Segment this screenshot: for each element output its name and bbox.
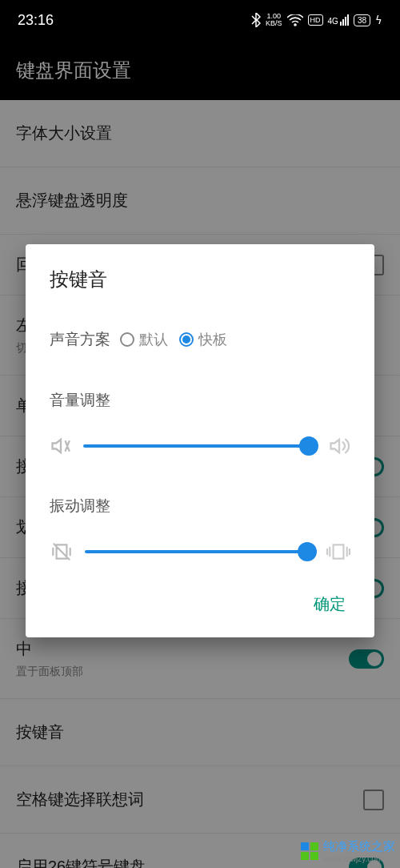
volume-slider-row xyxy=(50,435,350,457)
list-item-label: 按键音 xyxy=(16,721,64,743)
battery-icon: 38 xyxy=(354,14,370,26)
hd-badge: HD xyxy=(308,14,323,26)
radio-label: 默认 xyxy=(139,330,168,349)
status-bar: 23:16 1.00 KB/S HD 4G 38 ϟ xyxy=(0,0,400,40)
key-sound-dialog: 按键音 声音方案 默认 快板 音量调整 xyxy=(26,244,374,637)
list-item-label: 空格键选择联想词 xyxy=(16,789,144,810)
sound-scheme-row: 声音方案 默认 快板 xyxy=(50,329,350,350)
watermark: 纯净系统之家 www.ycwjzy.com xyxy=(301,839,395,863)
list-item-font-size[interactable]: 字体大小设置 xyxy=(0,100,400,167)
app-header: 键盘界面设置 xyxy=(0,40,400,100)
list-item-sub: 置于面板顶部 xyxy=(16,665,83,679)
slider-thumb[interactable] xyxy=(298,542,317,561)
bluetooth-icon xyxy=(251,13,261,27)
volume-label: 音量调整 xyxy=(50,390,350,411)
list-item-float-opacity[interactable]: 悬浮键盘透明度 xyxy=(0,167,400,235)
vibrate-slider[interactable] xyxy=(85,550,315,553)
watermark-text: 纯净系统之家 xyxy=(323,839,395,854)
dialog-title: 按键音 xyxy=(50,267,350,292)
list-item-label: 中 xyxy=(16,638,83,660)
settings-list: 字体大小设置 悬浮键盘透明度 回车键发送消息 左 切 单 接 划 接 中 置于面… xyxy=(0,100,400,868)
toggle[interactable] xyxy=(349,649,384,669)
signal-4g: 4G xyxy=(328,14,349,26)
checkbox[interactable] xyxy=(363,790,384,810)
slider-thumb[interactable] xyxy=(299,436,318,456)
mute-icon xyxy=(50,435,72,457)
radio-option-kuaiban[interactable]: 快板 xyxy=(179,330,227,349)
vibrate-label: 振动调整 xyxy=(50,496,350,516)
list-item-key-sound[interactable]: 按键音 xyxy=(0,699,400,766)
status-right: 1.00 KB/S HD 4G 38 ϟ xyxy=(251,13,382,27)
list-item-label: 悬浮键盘透明度 xyxy=(16,190,128,211)
sound-scheme-label: 声音方案 xyxy=(50,329,110,350)
radio-option-default[interactable]: 默认 xyxy=(120,330,168,349)
radio-icon xyxy=(179,332,194,347)
watermark-icon xyxy=(301,842,318,860)
volume-slider[interactable] xyxy=(83,444,317,448)
list-item-label: 字体大小设置 xyxy=(16,123,112,144)
page-title: 键盘界面设置 xyxy=(16,58,131,83)
clock: 23:16 xyxy=(18,12,54,29)
watermark-url: www.ycwjzy.com xyxy=(323,854,395,863)
network-speed: 1.00 KB/S xyxy=(266,13,282,27)
charging-icon: ϟ xyxy=(375,14,382,26)
wifi-icon xyxy=(287,14,303,26)
list-item-space-candidate[interactable]: 空格键选择联想词 xyxy=(0,766,400,834)
radio-label: 快板 xyxy=(198,330,227,349)
vibrate-slider-row xyxy=(50,540,350,563)
ok-button[interactable]: 确定 xyxy=(309,585,350,623)
list-item-label: 启用26键符号键盘 xyxy=(16,856,146,868)
vibrate-on-icon xyxy=(326,540,350,563)
vibrate-off-icon xyxy=(50,540,74,563)
radio-icon xyxy=(120,332,134,347)
dialog-container: 按键音 声音方案 默认 快板 音量调整 xyxy=(0,244,400,637)
sound-icon xyxy=(328,435,350,457)
